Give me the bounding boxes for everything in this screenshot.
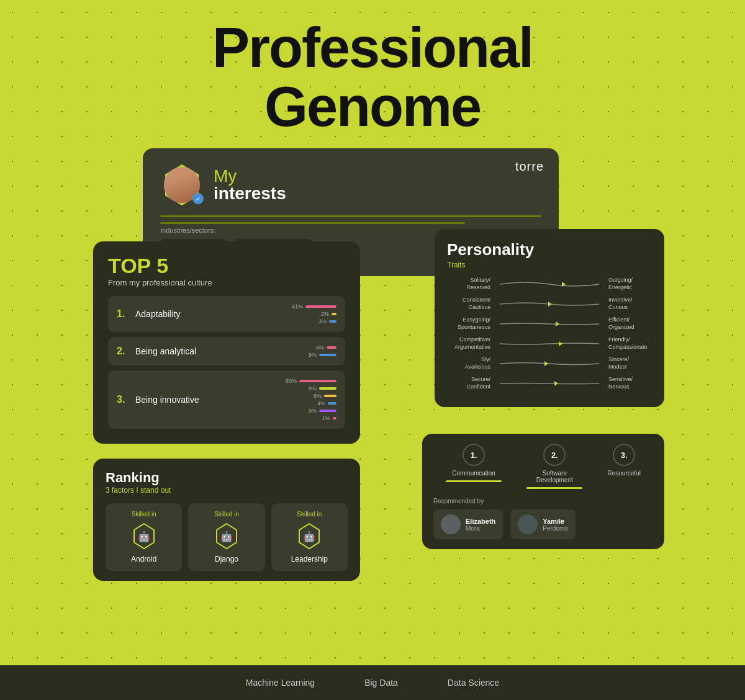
culture-num-3: 3. (117, 394, 129, 405)
ranking-subtitle: 3 factors I stand out (106, 486, 348, 495)
culture-name-1: Adaptability (135, 309, 180, 319)
bar-pct-3-4: 4% (312, 400, 325, 406)
bar-row-3-3: 6% (308, 393, 336, 399)
trait-right-1: Outgoing/Energetic (608, 277, 652, 291)
recommenders-row: Elizabeth Mora Yamile Perdomo (433, 509, 653, 539)
recommender-name-1: Elizabeth (466, 518, 495, 525)
recommender-info-2: Yamile Perdomo (543, 518, 568, 532)
trait-right-5: Sincere/Modest (608, 356, 652, 370)
svg-marker-5 (544, 361, 548, 366)
svg-marker-6 (554, 381, 558, 386)
top5-number: 5 (156, 254, 168, 277)
recommender-avatar-2 (518, 514, 538, 534)
recommender-yamile: Yamile Perdomo (510, 509, 576, 539)
trait-row-6: Secure/Confident Sensitive/Nervous (447, 376, 652, 391)
culture-left-3: 3. Being innovative (117, 394, 199, 405)
bar-fill-3-2 (319, 387, 336, 390)
trait-graph-5 (495, 356, 603, 371)
bar-pct-1-3: 3% (313, 318, 327, 325)
bar-fill-2-2 (319, 354, 336, 356)
trait-right-6: Sensitive/Nervous (608, 376, 652, 390)
skill-label-android: Skilled in (132, 511, 156, 518)
trait-left-1: Solitary/Reserved (447, 277, 490, 291)
recommender-info-1: Elizabeth Mora (466, 518, 495, 532)
recommender-name-2: Yamile (543, 518, 568, 525)
reco-stat-bar-1 (446, 480, 502, 482)
svg-text:🤖: 🤖 (138, 531, 150, 542)
traits-label: Traits (447, 261, 652, 269)
recommender-avatar-1 (441, 514, 461, 534)
bar-row-2-1: 4% (310, 344, 336, 351)
culture-name-2: Being analytical (135, 346, 196, 356)
recommender-surname-2: Perdomo (543, 525, 568, 532)
svg-marker-3 (556, 321, 559, 326)
reco-num-circle-2: 2. (543, 444, 566, 466)
bar-pct-3-6: 1% (317, 415, 330, 421)
bar-row-1-2: 2% (315, 311, 336, 317)
bar-fill-1-1 (305, 305, 336, 308)
skill-name-django: Django (215, 555, 238, 563)
skill-label-django: Skilled in (214, 511, 239, 518)
skill-icon-hex-django: 🤖 (213, 523, 240, 550)
bottom-tags: Machine Learning Big Data Data Science (0, 665, 745, 700)
trait-left-6: Secure/Confident (447, 376, 490, 390)
bar-fill-3-4 (328, 402, 336, 405)
bar-fill-3-6 (333, 417, 336, 420)
card-header: ✓ My interests (160, 163, 541, 207)
culture-name-3: Being innovative (135, 395, 199, 405)
trait-graph-3 (495, 316, 603, 331)
bottom-tag-ds: Data Science (448, 678, 499, 688)
recommender-surname-1: Mora (466, 525, 495, 532)
bar-fill-1-3 (329, 320, 336, 323)
bar-row-3-5: 9% (303, 408, 336, 414)
culture-item-3: 3. Being innovative 60% 9% 6% 4% (108, 370, 345, 429)
interests-line-short (160, 222, 465, 224)
reco-stat-3: 3. Resourceful (608, 444, 641, 489)
skill-name-leadership: Leadership (291, 555, 328, 563)
bar-fill-3-3 (324, 395, 336, 397)
svg-text:🤖: 🤖 (303, 531, 315, 542)
svg-text:🤖: 🤖 (220, 531, 233, 542)
top5-card: TOP 5 From my professional culture 1. Ad… (93, 241, 360, 444)
skill-item-django: Skilled in 🤖 Django (188, 503, 264, 571)
bar-pct-1-2: 2% (315, 311, 329, 317)
reco-stat-2: 2. SoftwareDevelopment (526, 444, 582, 489)
bar-fill-1-2 (332, 313, 336, 315)
culture-num-1: 1. (117, 308, 129, 320)
skill-name-android: Android (131, 555, 156, 563)
bar-pct-3-2: 9% (303, 385, 317, 392)
skills-row: Skilled in 🤖 Android Skilled in 🤖 Django… (106, 503, 348, 571)
reco-stat-name-1: Communication (452, 470, 495, 477)
trait-right-4: Friendly/Compassionate (608, 336, 652, 351)
page-title: Professional Genome (0, 0, 745, 148)
culture-left-1: 1. Adaptability (117, 308, 180, 320)
culture-left-2: 2. Being analytical (117, 346, 196, 357)
bar-fill-2-1 (327, 346, 336, 349)
reco-stat-name-2: SoftwareDevelopment (536, 470, 573, 483)
trait-graph-6 (495, 376, 603, 391)
bar-pct-1-1: 41% (289, 303, 303, 310)
interests-line-full (160, 215, 541, 217)
trait-right-3: Efficient/Organized (608, 316, 652, 331)
reco-top: 1. Communication 2. SoftwareDevelopment … (433, 444, 653, 489)
top5-subtitle: From my professional culture (108, 278, 345, 287)
trait-left-2: Consistent/Cautious (447, 297, 490, 311)
trait-row-4: Competitive/Argumentative Friendly/Compa… (447, 336, 652, 351)
cards-area: torre ✓ My interests Industries/sectors:… (93, 148, 652, 657)
skill-item-leadership: Skilled in 🤖 Leadership (271, 503, 348, 571)
bar-pct-2-1: 4% (310, 344, 324, 351)
culture-bars-2: 4% 9% (303, 344, 336, 358)
trait-graph-2 (495, 297, 603, 312)
interests-label: interests (214, 184, 286, 204)
culture-num-2: 2. (117, 346, 129, 357)
culture-bars-3: 60% 9% 6% 4% 9% (283, 378, 336, 421)
bar-row-3-2: 9% (303, 385, 336, 392)
trait-left-4: Competitive/Argumentative (447, 336, 490, 351)
torre-logo: torre (515, 159, 544, 174)
bar-pct-3-5: 9% (303, 408, 317, 414)
reco-stat-bar-2 (526, 487, 582, 489)
bottom-tag-ml: Machine Learning (246, 678, 315, 688)
bar-pct-3-3: 6% (308, 393, 322, 399)
bar-pct-3-1: 60% (283, 378, 297, 384)
reco-num-circle-1: 1. (463, 444, 485, 466)
